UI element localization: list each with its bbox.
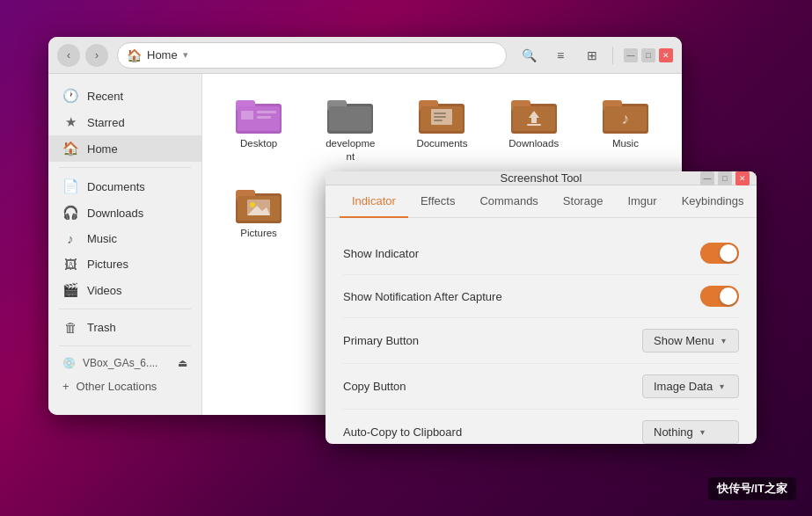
sidebar-item-downloads[interactable]: 🎧 Downloads [48,200,201,226]
chevron-icon: ▾ [183,49,188,61]
svg-rect-13 [434,113,446,114]
folder-name-development: development [326,137,375,164]
screenshot-tool-content: Show Indicator Show Notification After C… [326,218,757,444]
sidebar-item-starred[interactable]: ★ Starred [48,109,201,135]
row-copy-button: Copy Button Image Data ▾ [343,364,739,410]
tab-storage[interactable]: Storage [551,185,616,218]
screenshot-tool-window: Screenshot Tool — □ ✕ Indicator Effects … [326,171,757,444]
sidebar-item-pictures[interactable]: 🖼 Pictures [48,251,201,277]
copy-button-dropdown-arrow: ▾ [720,382,724,391]
svg-rect-20 [527,124,541,126]
copy-button-value: Image Data [654,380,713,393]
screenshot-tool-title: Screenshot Tool [501,171,582,185]
sidebar-label-trash: Trash [87,321,116,334]
tab-commands[interactable]: Commands [467,185,550,218]
screenshot-close-button[interactable]: ✕ [735,171,750,185]
sidebar-label-starred: Starred [87,116,125,129]
home-sidebar-icon: 🏠 [62,141,78,156]
row-auto-copy: Auto-Copy to Clipboard Nothing ▾ [343,410,739,444]
location-bar[interactable]: 🏠 Home ▾ [117,42,507,69]
view-sort-button[interactable]: ≡ [547,42,574,69]
minimize-button[interactable]: — [624,48,638,62]
sidebar-item-documents[interactable]: 📄 Documents [48,173,201,200]
tab-effects[interactable]: Effects [408,185,468,218]
sidebar: 🕐 Recent ★ Starred 🏠 Home 📄 Documents 🎧 … [48,74,202,415]
folder-development[interactable]: development [308,88,392,171]
show-notification-label: Show Notification After Capture [343,290,502,303]
folder-name-desktop: Desktop [240,137,277,150]
sidebar-label-home: Home [87,142,118,156]
downloads-folder-icon [511,95,557,134]
screenshot-maximize-button[interactable]: □ [718,171,732,185]
search-button[interactable]: 🔍 [516,42,542,69]
downloads-icon: 🎧 [62,205,78,221]
sidebar-item-videos[interactable]: 🎬 Videos [48,277,201,303]
svg-rect-14 [434,116,446,118]
music-icon: ♪ [62,231,78,246]
folder-name-music: Music [612,137,639,150]
tab-indicator[interactable]: Indicator [340,185,408,218]
screenshot-wm-controls: — □ ✕ [700,171,750,185]
watermark: 快传号/IT之家 [708,477,796,500]
folder-music[interactable]: ♪ Music [583,88,668,171]
tab-imgur[interactable]: Imgur [615,185,669,218]
folder-documents[interactable]: Documents [399,88,484,171]
tab-keybindings[interactable]: Keybindings [669,185,757,218]
sidebar-item-music[interactable]: ♪ Music [48,226,201,251]
svg-text:♪: ♪ [621,110,629,127]
screenshot-tool-titlebar: Screenshot Tool — □ ✕ [326,171,757,185]
documents-icon: 📄 [62,178,78,194]
sidebar-label-recent: Recent [87,90,123,103]
copy-button-label: Copy Button [343,380,406,393]
primary-button-dropdown[interactable]: Show Menu ▾ [642,329,739,352]
window-controls: — □ ✕ [624,48,673,62]
nav-forward-button[interactable]: › [85,44,108,67]
show-indicator-toggle[interactable] [700,243,739,264]
svg-rect-3 [241,111,253,120]
videos-icon: 🎬 [62,282,78,298]
sidebar-label-downloads: Downloads [87,207,143,220]
sidebar-label-pictures: Pictures [87,258,128,271]
auto-copy-dropdown[interactable]: Nothing ▾ [642,420,739,444]
folder-name-downloads: Downloads [508,137,559,150]
primary-button-label: Primary Button [343,334,419,347]
location-text: Home [147,48,178,62]
row-show-notification: Show Notification After Capture [343,275,739,318]
folder-desktop[interactable]: Desktop [216,88,301,171]
sidebar-item-recent[interactable]: 🕐 Recent [48,83,201,109]
sidebar-label-documents: Documents [87,180,145,193]
sidebar-device[interactable]: 💿 VBox_GAs_6.... ⏏ [48,352,201,374]
maximize-button[interactable]: □ [641,48,655,62]
svg-rect-15 [434,120,443,121]
sidebar-label-videos: Videos [87,284,122,297]
sidebar-item-home[interactable]: 🏠 Home [48,135,201,162]
development-folder-icon [327,95,373,134]
screenshot-minimize-button[interactable]: — [700,171,714,185]
folder-name-documents: Documents [416,137,467,150]
folder-name-pictures: Pictures [240,227,277,240]
folder-pictures[interactable]: Pictures [216,178,301,247]
auto-copy-label: Auto-Copy to Clipboard [343,425,462,439]
copy-button-dropdown[interactable]: Image Data ▾ [642,374,739,398]
music-folder-icon: ♪ [603,95,648,134]
row-show-indicator: Show Indicator [343,232,739,275]
toggle-knob-notification [720,287,737,305]
add-location-label: Other Locations [77,380,157,393]
pictures-folder-icon [236,185,282,223]
device-label: VBox_GAs_6.... [83,357,171,369]
nav-back-button[interactable]: ‹ [57,44,80,67]
close-button[interactable]: ✕ [659,48,673,62]
home-icon: 🏠 [127,48,142,62]
eject-icon[interactable]: ⏏ [178,357,187,369]
view-mode-button[interactable]: ⊞ [579,42,605,69]
device-icon: 💿 [62,357,76,369]
sidebar-divider-1 [59,167,191,168]
star-icon: ★ [62,114,78,130]
show-notification-toggle[interactable] [700,286,739,307]
folder-downloads[interactable]: Downloads [492,88,576,171]
file-manager-titlebar: ‹ › 🏠 Home ▾ 🔍 ≡ ⊞ — □ ✕ [48,37,682,74]
sidebar-add-location[interactable]: + Other Locations [48,374,201,398]
sidebar-item-trash[interactable]: 🗑 Trash [48,315,201,340]
primary-button-value: Show Menu [654,334,714,347]
row-primary-button: Primary Button Show Menu ▾ [343,318,739,364]
